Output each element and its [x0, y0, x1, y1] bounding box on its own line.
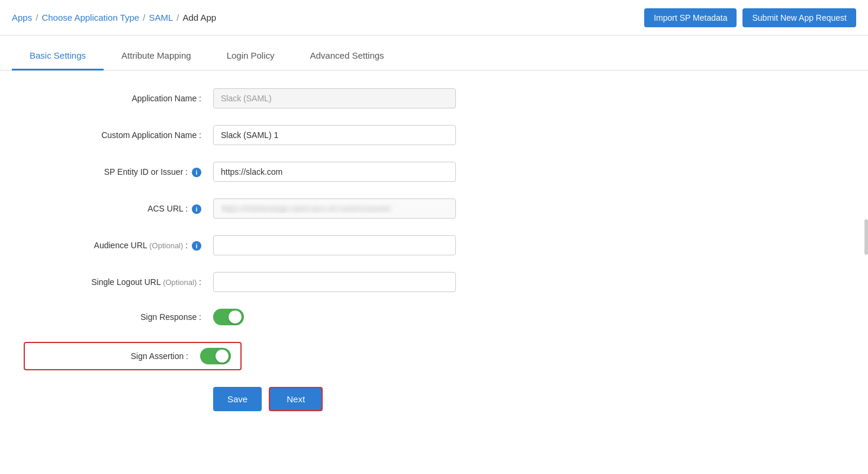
input-custom-app-name[interactable]: [213, 125, 456, 145]
input-sp-entity-id[interactable]: [213, 162, 456, 182]
info-icon-audience-url[interactable]: i: [192, 241, 201, 251]
label-acs-url: ACS URL : i: [24, 204, 213, 214]
field-sign-assertion-wrapper: Sign Assertion :: [24, 342, 844, 370]
main-content: Application Name : Custom Application Na…: [0, 71, 868, 429]
header-actions: Import SP Metadata Submit New App Reques…: [644, 8, 856, 27]
separator-3: /: [176, 12, 179, 23]
field-audience-url: Audience URL (Optional) : i: [24, 235, 844, 255]
tab-advanced-settings[interactable]: Advanced Settings: [292, 42, 402, 71]
field-app-name: Application Name :: [24, 88, 844, 108]
separator-1: /: [36, 12, 38, 23]
import-metadata-button[interactable]: Import SP Metadata: [644, 8, 737, 27]
breadcrumb-current: Add App: [182, 12, 216, 23]
input-acs-url[interactable]: [213, 198, 456, 219]
label-custom-app-name: Custom Application Name :: [24, 130, 213, 140]
page-header: Apps / Choose Application Type / SAML / …: [0, 0, 868, 36]
input-app-name[interactable]: [213, 88, 456, 108]
save-button[interactable]: Save: [213, 387, 262, 411]
label-sp-entity-id: SP Entity ID or Issuer : i: [24, 167, 213, 177]
toggle-sign-assertion[interactable]: [200, 348, 231, 364]
field-single-logout-url: Single Logout URL (Optional) :: [24, 272, 844, 292]
label-sign-assertion: Sign Assertion :: [34, 351, 200, 361]
toggle-sign-assertion-slider: [200, 348, 231, 364]
field-acs-url: ACS URL : i: [24, 198, 844, 219]
breadcrumb: Apps / Choose Application Type / SAML / …: [12, 12, 216, 23]
field-custom-app-name: Custom Application Name :: [24, 125, 844, 145]
tabs-container: Basic Settings Attribute Mapping Login P…: [0, 41, 868, 71]
submit-request-button[interactable]: Submit New App Request: [742, 8, 856, 27]
tab-login-policy[interactable]: Login Policy: [209, 42, 292, 71]
label-audience-url: Audience URL (Optional) : i: [24, 241, 213, 251]
tab-basic-settings[interactable]: Basic Settings: [12, 42, 104, 71]
toggle-sign-response-container: [213, 309, 244, 325]
info-icon-acs-url[interactable]: i: [192, 204, 201, 214]
info-icon-sp-entity[interactable]: i: [192, 168, 201, 177]
field-sign-response: Sign Response :: [24, 309, 844, 325]
label-sign-response: Sign Response :: [24, 312, 213, 322]
tab-attribute-mapping[interactable]: Attribute Mapping: [104, 42, 209, 71]
sign-assertion-highlight: Sign Assertion :: [24, 342, 242, 370]
toggle-sign-response[interactable]: [213, 309, 244, 325]
label-app-name: Application Name :: [24, 94, 213, 103]
next-button[interactable]: Next: [269, 387, 323, 411]
input-single-logout-url[interactable]: [213, 272, 456, 292]
toggle-sign-assertion-container: [200, 348, 231, 364]
scrollbar[interactable]: [864, 219, 868, 255]
input-audience-url[interactable]: [213, 235, 456, 255]
buttons-row: Save Next: [24, 387, 844, 411]
breadcrumb-apps[interactable]: Apps: [12, 12, 32, 23]
separator-2: /: [143, 12, 145, 23]
toggle-sign-response-slider: [213, 309, 244, 325]
tabs: Basic Settings Attribute Mapping Login P…: [12, 41, 856, 70]
breadcrumb-choose-app[interactable]: Choose Application Type: [41, 12, 139, 23]
field-sp-entity-id: SP Entity ID or Issuer : i: [24, 162, 844, 182]
breadcrumb-saml[interactable]: SAML: [149, 12, 173, 23]
label-single-logout-url: Single Logout URL (Optional) :: [24, 277, 213, 287]
